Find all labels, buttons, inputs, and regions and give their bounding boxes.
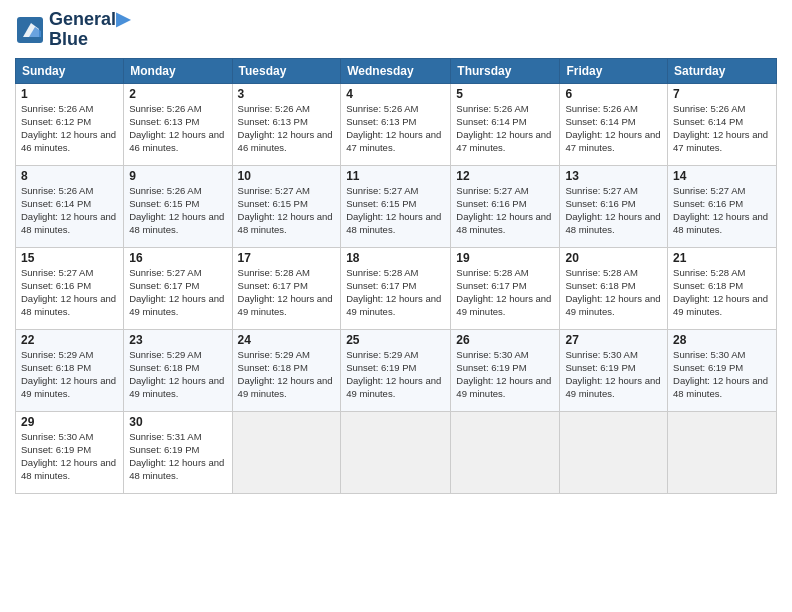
- day-info: Sunrise: 5:29 AMSunset: 6:19 PMDaylight:…: [346, 348, 445, 401]
- day-number: 2: [129, 87, 226, 101]
- day-info: Sunrise: 5:28 AMSunset: 6:18 PMDaylight:…: [673, 266, 771, 319]
- calendar-cell: 19Sunrise: 5:28 AMSunset: 6:17 PMDayligh…: [451, 247, 560, 329]
- day-info: Sunrise: 5:27 AMSunset: 6:16 PMDaylight:…: [673, 184, 771, 237]
- day-info: Sunrise: 5:26 AMSunset: 6:15 PMDaylight:…: [129, 184, 226, 237]
- day-number: 24: [238, 333, 336, 347]
- day-number: 8: [21, 169, 118, 183]
- day-info: Sunrise: 5:28 AMSunset: 6:17 PMDaylight:…: [346, 266, 445, 319]
- day-info: Sunrise: 5:26 AMSunset: 6:14 PMDaylight:…: [673, 102, 771, 155]
- day-info: Sunrise: 5:29 AMSunset: 6:18 PMDaylight:…: [129, 348, 226, 401]
- logo: General▶ Blue: [15, 10, 130, 50]
- calendar-cell: 10Sunrise: 5:27 AMSunset: 6:15 PMDayligh…: [232, 165, 341, 247]
- day-number: 25: [346, 333, 445, 347]
- calendar-cell: 30Sunrise: 5:31 AMSunset: 6:19 PMDayligh…: [124, 411, 232, 493]
- day-info: Sunrise: 5:31 AMSunset: 6:19 PMDaylight:…: [129, 430, 226, 483]
- calendar-cell: 22Sunrise: 5:29 AMSunset: 6:18 PMDayligh…: [16, 329, 124, 411]
- day-number: 21: [673, 251, 771, 265]
- day-info: Sunrise: 5:28 AMSunset: 6:17 PMDaylight:…: [456, 266, 554, 319]
- calendar-cell: 8Sunrise: 5:26 AMSunset: 6:14 PMDaylight…: [16, 165, 124, 247]
- day-header-thursday: Thursday: [451, 58, 560, 83]
- day-number: 4: [346, 87, 445, 101]
- calendar-cell: [668, 411, 777, 493]
- day-number: 19: [456, 251, 554, 265]
- day-info: Sunrise: 5:26 AMSunset: 6:13 PMDaylight:…: [238, 102, 336, 155]
- day-number: 13: [565, 169, 662, 183]
- calendar-cell: 4Sunrise: 5:26 AMSunset: 6:13 PMDaylight…: [341, 83, 451, 165]
- day-number: 18: [346, 251, 445, 265]
- day-header-tuesday: Tuesday: [232, 58, 341, 83]
- day-number: 20: [565, 251, 662, 265]
- day-info: Sunrise: 5:30 AMSunset: 6:19 PMDaylight:…: [565, 348, 662, 401]
- day-info: Sunrise: 5:29 AMSunset: 6:18 PMDaylight:…: [238, 348, 336, 401]
- calendar-cell: [341, 411, 451, 493]
- calendar-cell: 6Sunrise: 5:26 AMSunset: 6:14 PMDaylight…: [560, 83, 668, 165]
- calendar-cell: 7Sunrise: 5:26 AMSunset: 6:14 PMDaylight…: [668, 83, 777, 165]
- day-info: Sunrise: 5:26 AMSunset: 6:14 PMDaylight:…: [456, 102, 554, 155]
- day-number: 10: [238, 169, 336, 183]
- day-number: 1: [21, 87, 118, 101]
- calendar-cell: 9Sunrise: 5:26 AMSunset: 6:15 PMDaylight…: [124, 165, 232, 247]
- day-header-wednesday: Wednesday: [341, 58, 451, 83]
- calendar-cell: 12Sunrise: 5:27 AMSunset: 6:16 PMDayligh…: [451, 165, 560, 247]
- page: General▶ Blue SundayMondayTuesdayWednesd…: [0, 0, 792, 612]
- day-number: 26: [456, 333, 554, 347]
- calendar-cell: 16Sunrise: 5:27 AMSunset: 6:17 PMDayligh…: [124, 247, 232, 329]
- day-info: Sunrise: 5:26 AMSunset: 6:14 PMDaylight:…: [21, 184, 118, 237]
- day-info: Sunrise: 5:27 AMSunset: 6:16 PMDaylight:…: [456, 184, 554, 237]
- day-number: 15: [21, 251, 118, 265]
- day-info: Sunrise: 5:27 AMSunset: 6:16 PMDaylight:…: [565, 184, 662, 237]
- day-number: 16: [129, 251, 226, 265]
- day-number: 12: [456, 169, 554, 183]
- calendar-cell: 29Sunrise: 5:30 AMSunset: 6:19 PMDayligh…: [16, 411, 124, 493]
- day-number: 27: [565, 333, 662, 347]
- day-number: 11: [346, 169, 445, 183]
- day-number: 5: [456, 87, 554, 101]
- day-info: Sunrise: 5:26 AMSunset: 6:12 PMDaylight:…: [21, 102, 118, 155]
- calendar-week-3: 15Sunrise: 5:27 AMSunset: 6:16 PMDayligh…: [16, 247, 777, 329]
- calendar-header-row: SundayMondayTuesdayWednesdayThursdayFrid…: [16, 58, 777, 83]
- day-info: Sunrise: 5:26 AMSunset: 6:13 PMDaylight:…: [346, 102, 445, 155]
- day-header-monday: Monday: [124, 58, 232, 83]
- calendar-cell: 5Sunrise: 5:26 AMSunset: 6:14 PMDaylight…: [451, 83, 560, 165]
- day-number: 17: [238, 251, 336, 265]
- day-number: 9: [129, 169, 226, 183]
- day-number: 22: [21, 333, 118, 347]
- header: General▶ Blue: [15, 10, 777, 50]
- day-info: Sunrise: 5:30 AMSunset: 6:19 PMDaylight:…: [456, 348, 554, 401]
- day-header-sunday: Sunday: [16, 58, 124, 83]
- day-number: 6: [565, 87, 662, 101]
- day-info: Sunrise: 5:27 AMSunset: 6:15 PMDaylight:…: [238, 184, 336, 237]
- day-info: Sunrise: 5:26 AMSunset: 6:13 PMDaylight:…: [129, 102, 226, 155]
- calendar-cell: 15Sunrise: 5:27 AMSunset: 6:16 PMDayligh…: [16, 247, 124, 329]
- calendar-week-1: 1Sunrise: 5:26 AMSunset: 6:12 PMDaylight…: [16, 83, 777, 165]
- day-number: 28: [673, 333, 771, 347]
- day-header-friday: Friday: [560, 58, 668, 83]
- logo-icon: [15, 15, 45, 45]
- day-info: Sunrise: 5:27 AMSunset: 6:15 PMDaylight:…: [346, 184, 445, 237]
- day-number: 7: [673, 87, 771, 101]
- logo-text: General▶ Blue: [49, 10, 130, 50]
- calendar-cell: 1Sunrise: 5:26 AMSunset: 6:12 PMDaylight…: [16, 83, 124, 165]
- calendar-cell: 23Sunrise: 5:29 AMSunset: 6:18 PMDayligh…: [124, 329, 232, 411]
- calendar-cell: 25Sunrise: 5:29 AMSunset: 6:19 PMDayligh…: [341, 329, 451, 411]
- calendar-cell: 26Sunrise: 5:30 AMSunset: 6:19 PMDayligh…: [451, 329, 560, 411]
- calendar-cell: 2Sunrise: 5:26 AMSunset: 6:13 PMDaylight…: [124, 83, 232, 165]
- day-info: Sunrise: 5:27 AMSunset: 6:17 PMDaylight:…: [129, 266, 226, 319]
- day-info: Sunrise: 5:28 AMSunset: 6:17 PMDaylight:…: [238, 266, 336, 319]
- calendar-week-5: 29Sunrise: 5:30 AMSunset: 6:19 PMDayligh…: [16, 411, 777, 493]
- calendar-cell: 14Sunrise: 5:27 AMSunset: 6:16 PMDayligh…: [668, 165, 777, 247]
- calendar-cell: 27Sunrise: 5:30 AMSunset: 6:19 PMDayligh…: [560, 329, 668, 411]
- calendar-cell: 21Sunrise: 5:28 AMSunset: 6:18 PMDayligh…: [668, 247, 777, 329]
- calendar-week-2: 8Sunrise: 5:26 AMSunset: 6:14 PMDaylight…: [16, 165, 777, 247]
- calendar-cell: 20Sunrise: 5:28 AMSunset: 6:18 PMDayligh…: [560, 247, 668, 329]
- calendar-table: SundayMondayTuesdayWednesdayThursdayFrid…: [15, 58, 777, 494]
- calendar-body: 1Sunrise: 5:26 AMSunset: 6:12 PMDaylight…: [16, 83, 777, 493]
- calendar-cell: 18Sunrise: 5:28 AMSunset: 6:17 PMDayligh…: [341, 247, 451, 329]
- day-info: Sunrise: 5:29 AMSunset: 6:18 PMDaylight:…: [21, 348, 118, 401]
- day-info: Sunrise: 5:28 AMSunset: 6:18 PMDaylight:…: [565, 266, 662, 319]
- calendar-cell: 17Sunrise: 5:28 AMSunset: 6:17 PMDayligh…: [232, 247, 341, 329]
- calendar-cell: 13Sunrise: 5:27 AMSunset: 6:16 PMDayligh…: [560, 165, 668, 247]
- day-number: 29: [21, 415, 118, 429]
- day-header-saturday: Saturday: [668, 58, 777, 83]
- calendar-cell: 3Sunrise: 5:26 AMSunset: 6:13 PMDaylight…: [232, 83, 341, 165]
